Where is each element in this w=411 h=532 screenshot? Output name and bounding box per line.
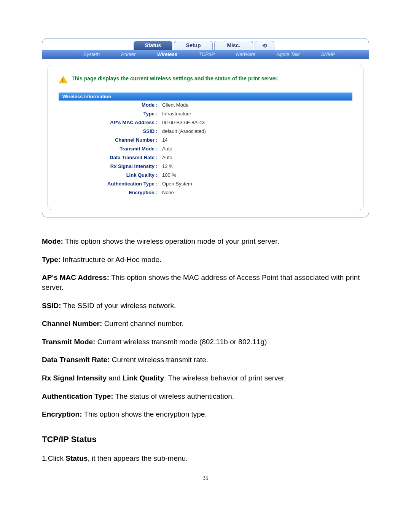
para-encryption: Encryption: This option shows the encryp…: [42, 409, 369, 419]
para-auth: Authentication Type: The status of wirel…: [42, 391, 369, 401]
tab-setup[interactable]: Setup: [174, 41, 213, 50]
label-ssid: SSID :: [59, 127, 160, 136]
row-rx-signal: Rx Signal Intensity : 12 %: [59, 162, 352, 171]
tab-reboot-icon[interactable]: ⟲: [255, 41, 274, 50]
row-encryption: Encryption : None: [59, 188, 352, 197]
value-mode: Client Mode: [160, 101, 352, 109]
label-tx-mode: Transmit Mode :: [59, 144, 160, 153]
label-link-quality: Link Quality :: [59, 171, 160, 179]
label-ap-mac: AP's MAC Address :: [59, 118, 160, 127]
admin-screenshot: Status Setup Misc. ⟲ System Printer Wire…: [42, 38, 369, 217]
subtab-snmp[interactable]: SNMP: [310, 51, 346, 57]
subtab-netware[interactable]: NetWare: [225, 51, 266, 57]
subtab-system[interactable]: System: [73, 51, 110, 57]
value-tx-rate: Auto: [160, 153, 352, 162]
wireless-info-table: Mode : Client Mode Type : Infrastructure…: [59, 101, 352, 197]
value-encryption: None: [160, 188, 352, 197]
value-channel: 14: [160, 136, 352, 144]
section-header: Wireless Information: [59, 93, 352, 101]
content-panel: ! This page displays the current wireles…: [48, 65, 363, 210]
para-rx-link: Rx Signal Intensity and Link Quality: Th…: [42, 373, 369, 383]
row-ap-mac: AP's MAC Address : 00-60-B3-6F-8A-43: [59, 118, 352, 127]
label-tx-rate: Data Transmit Rate :: [59, 153, 160, 162]
value-rx-signal: 12 %: [160, 162, 352, 171]
intro-row: ! This page displays the current wireles…: [59, 75, 352, 84]
para-ssid: SSID: The SSID of your wireless network.: [42, 301, 369, 311]
para-channel: Channel Number: Current channel number.: [42, 319, 369, 329]
step-1: 1.Click Status, it then appears the sub-…: [42, 454, 369, 463]
tab-misc[interactable]: Misc.: [214, 41, 253, 50]
para-mode: Mode: This option shows the wireless ope…: [42, 236, 369, 246]
value-ssid: default (Associated): [160, 127, 352, 136]
para-type: Type: Infrastructure or Ad-Hoc mode.: [42, 255, 369, 265]
row-tx-mode: Transmit Mode : Auto: [59, 144, 352, 153]
tab-status[interactable]: Status: [134, 41, 172, 50]
row-auth-type: Authentication Type : Open System: [59, 179, 352, 188]
value-tx-mode: Auto: [160, 144, 352, 153]
label-type: Type :: [59, 109, 160, 118]
subtab-printer[interactable]: Printer: [110, 51, 146, 57]
warning-icon: !: [59, 75, 68, 84]
value-ap-mac: 00-60-B3-6F-8A-43: [160, 118, 352, 127]
row-ssid: SSID : default (Associated): [59, 127, 352, 136]
subtab-appletalk[interactable]: Apple Talk: [266, 51, 310, 57]
row-link-quality: Link Quality : 100 %: [59, 171, 352, 179]
heading-tcpip-status: TCP/IP Status: [42, 435, 369, 444]
row-type: Type : Infrastructure: [59, 109, 352, 118]
label-channel: Channel Number :: [59, 136, 160, 144]
subtab-tcpip[interactable]: TCP/IP: [188, 51, 225, 57]
value-link-quality: 100 %: [160, 171, 352, 179]
para-ap-mac: AP's MAC Address: This option shows the …: [42, 273, 369, 292]
document-body: Mode: This option shows the wireless ope…: [42, 236, 369, 463]
label-rx-signal: Rx Signal Intensity :: [59, 162, 160, 171]
label-auth-type: Authentication Type :: [59, 179, 160, 188]
row-channel: Channel Number : 14: [59, 136, 352, 144]
page-number: 35: [42, 475, 369, 481]
sub-tabs: System Printer Wireless TCP/IP NetWare A…: [42, 50, 369, 59]
main-tabs: Status Setup Misc. ⟲: [42, 38, 369, 50]
intro-text: This page displays the current wireless …: [72, 75, 279, 82]
subtab-wireless[interactable]: Wireless: [147, 51, 188, 57]
value-type: Infrastructure: [160, 109, 352, 118]
label-encryption: Encryption :: [59, 188, 160, 197]
row-mode: Mode : Client Mode: [59, 101, 352, 109]
value-auth-type: Open System: [160, 179, 352, 188]
para-tx-rate: Data Transmit Rate: Current wireless tra…: [42, 355, 369, 365]
label-mode: Mode :: [59, 101, 160, 109]
para-tx-mode: Transmit Mode: Current wireless transmit…: [42, 337, 369, 347]
row-tx-rate: Data Transmit Rate : Auto: [59, 153, 352, 162]
